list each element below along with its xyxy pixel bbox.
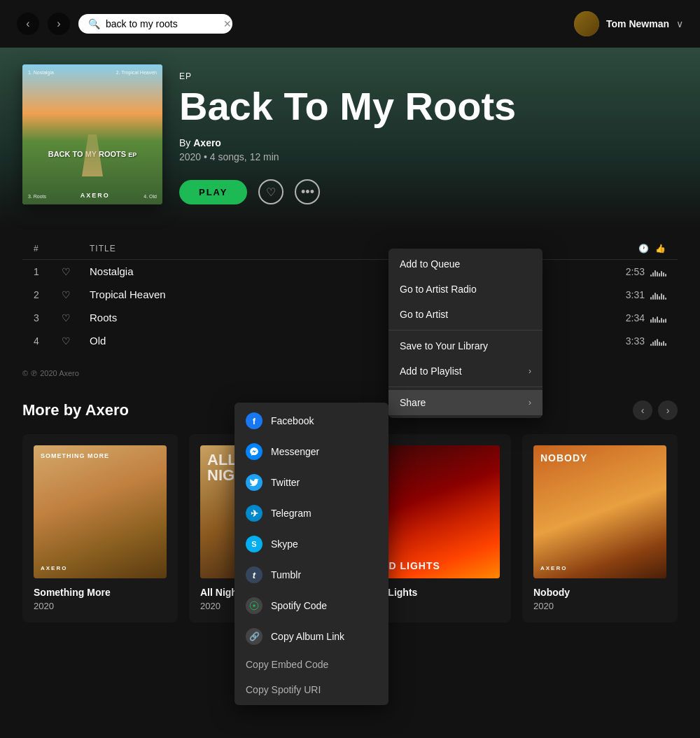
next-albums-button[interactable]: ›	[658, 401, 678, 420]
bar	[652, 272, 654, 277]
track-number: 3	[34, 312, 62, 323]
list-item[interactable]: NOBODY AXERO Nobody 2020	[522, 434, 678, 622]
share-label: Twitter	[271, 477, 300, 488]
context-menu: Add to Queue Go to Artist Radio Go to Ar…	[388, 249, 542, 418]
art-label: SOMETHING MORE	[41, 452, 160, 459]
art-axero: AXERO	[41, 565, 160, 571]
bar	[652, 342, 654, 346]
more-by-title: More by Axero	[22, 401, 129, 419]
avatar-image	[574, 11, 599, 36]
bar	[661, 271, 662, 277]
tumblr-icon: t	[246, 566, 262, 583]
back-button[interactable]: ‹	[17, 13, 39, 35]
col-title: TITLE	[90, 244, 638, 253]
share-label: Copy Embed Code	[246, 659, 328, 670]
track-duration: 2:34	[626, 312, 645, 323]
cover-label-2: 2. Tropical Heaven	[116, 70, 157, 75]
forward-button[interactable]: ›	[48, 13, 70, 35]
cover-top-labels: 1. Nostalgia 2. Tropical Heaven	[28, 70, 157, 75]
share-twitter[interactable]: Twitter	[234, 467, 388, 498]
bar	[663, 319, 664, 323]
share-tumblr[interactable]: t Tumblr	[234, 559, 388, 590]
cover-axero-logo: AXERO	[80, 192, 110, 199]
search-input[interactable]	[106, 18, 218, 29]
share-label: Spotify Code	[271, 600, 327, 611]
track-list: # TITLE 🕐 👍 1 ♡ Nostalgia 2:53 2	[22, 244, 678, 352]
search-bar: 🔍 ✕	[78, 14, 232, 34]
album-card-image: SOMETHING MORE AXERO	[34, 445, 167, 578]
copy-spotify-uri[interactable]: Copy Spotify URI	[234, 677, 388, 702]
track-waveform	[650, 290, 666, 300]
bar	[663, 341, 664, 346]
prev-albums-button[interactable]: ‹	[633, 401, 652, 420]
album-card-title: Something More	[34, 587, 167, 598]
search-clear-button[interactable]: ✕	[223, 18, 232, 29]
bar	[650, 344, 652, 346]
track-like-icon[interactable]: ♡	[62, 335, 90, 347]
cover-bottom-labels: 3. Roots AXERO 4. Old	[28, 192, 157, 199]
search-icon: 🔍	[88, 18, 100, 29]
bar	[665, 298, 666, 300]
menu-item-go-to-artist[interactable]: Go to Artist	[388, 302, 542, 327]
col-duration: 🕐	[638, 244, 650, 253]
track-like-icon[interactable]: ♡	[62, 312, 90, 323]
menu-item-label: Add to Queue	[400, 258, 460, 270]
menu-divider	[388, 330, 542, 330]
track-title: Roots	[90, 312, 626, 323]
bar	[659, 342, 660, 346]
table-row[interactable]: 4 ♡ Old 3:33	[22, 329, 678, 352]
copy-embed-code[interactable]: Copy Embed Code	[234, 652, 388, 677]
col-thumbs: 👍	[655, 244, 666, 253]
col-num: #	[34, 244, 62, 253]
album-info: EP Back To My Roots By Axero 2020 • 4 so…	[179, 71, 678, 204]
album-card-year: 2020	[34, 601, 167, 611]
more-options-button[interactable]: •••	[295, 179, 320, 204]
share-messenger[interactable]: Messenger	[234, 436, 388, 467]
bar	[654, 340, 656, 346]
play-button[interactable]: PLAY	[179, 180, 247, 204]
bar	[661, 342, 662, 346]
copy-link-icon: 🔗	[246, 628, 262, 645]
album-meta: 2020 • 4 songs, 12 min	[179, 151, 678, 162]
menu-item-label: Go to Artist	[400, 309, 448, 320]
copy-album-link[interactable]: 🔗 Copy Album Link	[234, 621, 388, 652]
menu-item-add-to-playlist[interactable]: Add to Playlist ›	[388, 358, 542, 384]
share-label: Skype	[271, 538, 298, 550]
table-row[interactable]: 1 ♡ Nostalgia 2:53	[22, 260, 678, 283]
share-telegram[interactable]: ✈ Telegram	[234, 498, 388, 529]
artist-link[interactable]: Axero	[193, 137, 221, 148]
share-label: Copy Spotify URI	[246, 684, 321, 695]
menu-item-go-to-artist-radio[interactable]: Go to Artist Radio	[388, 277, 542, 302]
chevron-right-icon: ›	[528, 366, 531, 376]
share-skype[interactable]: S Skype	[234, 529, 388, 559]
track-like-icon[interactable]: ♡	[62, 266, 90, 277]
album-card-title: Nobody	[533, 587, 666, 598]
bar	[657, 294, 658, 300]
menu-item-add-to-queue[interactable]: Add to Queue	[388, 251, 542, 277]
album-cover-art: 1. Nostalgia 2. Tropical Heaven BACK TO …	[22, 64, 162, 204]
table-row[interactable]: 2 ♡ Tropical Heaven 3:31	[22, 283, 678, 306]
bar	[659, 320, 660, 323]
user-name: Tom Newman	[606, 18, 669, 29]
chevron-right-icon: ›	[528, 398, 531, 408]
track-waveform	[650, 336, 666, 346]
track-like-icon[interactable]: ♡	[62, 289, 90, 300]
list-item[interactable]: SOMETHING MORE AXERO Something More 2020	[22, 434, 178, 622]
share-label: Tumblr	[271, 569, 301, 580]
cover-label-4: 4. Old	[144, 194, 157, 199]
table-row[interactable]: 3 ♡ Roots 2:34	[22, 306, 678, 329]
share-spotify-code[interactable]: Spotify Code	[234, 590, 388, 621]
track-duration: 3:31	[626, 289, 645, 300]
track-title: Nostalgia	[90, 265, 626, 277]
menu-item-save-library[interactable]: Save to Your Library	[388, 333, 542, 358]
spotify-code-icon	[246, 597, 262, 614]
like-button[interactable]: ♡	[258, 179, 284, 204]
track-waveform	[650, 313, 666, 323]
cover-label-1: 1. Nostalgia	[28, 70, 54, 75]
chevron-down-icon[interactable]: ∨	[676, 18, 683, 29]
share-facebook[interactable]: f Facebook	[234, 405, 388, 436]
menu-item-share[interactable]: Share ›	[388, 390, 542, 415]
track-number: 1	[34, 266, 62, 277]
share-label: Facebook	[271, 415, 314, 426]
facebook-icon: f	[246, 412, 262, 429]
